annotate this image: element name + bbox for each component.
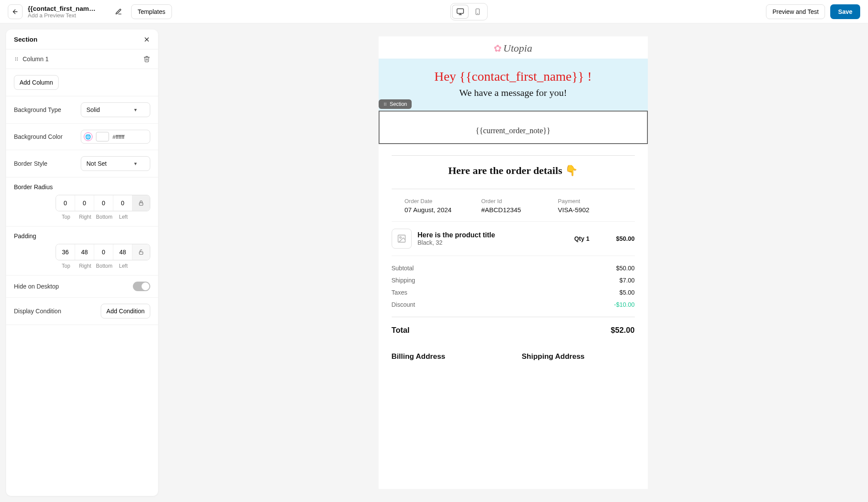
- border-radius-label: Border Radius: [14, 184, 150, 190]
- svg-point-17: [385, 103, 386, 104]
- add-column-button[interactable]: Add Column: [14, 75, 59, 90]
- svg-point-11: [17, 59, 18, 59]
- color-swatch[interactable]: [96, 132, 109, 141]
- border-style-label: Border Style: [14, 160, 47, 167]
- border-radius-lock-button[interactable]: [132, 195, 150, 211]
- product-image-placeholder: [392, 229, 412, 249]
- svg-point-19: [385, 104, 386, 105]
- selected-section[interactable]: Section {{current_order_note}}: [379, 111, 648, 144]
- address-columns[interactable]: Billing Address Shipping Address: [392, 344, 635, 361]
- padding-label: Padding: [14, 233, 150, 240]
- hide-desktop-label: Hide on Desktop: [14, 283, 59, 290]
- close-panel-button[interactable]: [143, 36, 150, 43]
- shipping-address-heading: Shipping Address: [522, 352, 635, 361]
- side-label-left: Left: [114, 263, 133, 269]
- svg-point-9: [17, 57, 18, 58]
- panel-title: Section: [14, 36, 37, 43]
- side-label-bottom: Bottom: [95, 263, 114, 269]
- drag-handle-icon[interactable]: [383, 102, 387, 106]
- padding-bottom[interactable]: [94, 244, 113, 260]
- billing-address-heading: Billing Address: [392, 352, 505, 361]
- desktop-preview-button[interactable]: [452, 5, 468, 18]
- unlock-icon: [138, 249, 144, 255]
- order-date-value: 07 August, 2024: [405, 206, 469, 213]
- divider: [392, 155, 635, 156]
- payment-value: VISA-5902: [558, 206, 622, 213]
- payment-label: Payment: [558, 198, 622, 204]
- product-title: Here is the product title: [418, 231, 549, 239]
- preview-and-test-button[interactable]: Preview and Test: [766, 4, 825, 19]
- hero-section[interactable]: Hey {{contact_first_name}} ! We have a m…: [379, 59, 648, 111]
- order-date-label: Order Date: [405, 198, 469, 204]
- order-id-value: #ABCD12345: [481, 206, 545, 213]
- top-toolbar: {{contact_first_nam… Add a Preview Text …: [0, 0, 868, 23]
- order-id-label: Order Id: [481, 198, 545, 204]
- add-condition-button[interactable]: Add Condition: [101, 304, 150, 318]
- svg-rect-14: [139, 203, 143, 205]
- discount-label: Discount: [392, 301, 415, 308]
- border-style-select[interactable]: Not Set ▾: [81, 156, 150, 171]
- padding-right[interactable]: [75, 244, 94, 260]
- border-radius-left[interactable]: [113, 195, 132, 211]
- canvas-area[interactable]: ✿ Utopia Hey {{contact_first_name}} ! We…: [158, 23, 868, 502]
- svg-point-10: [15, 59, 16, 59]
- preview-text-placeholder[interactable]: Add a Preview Text: [28, 12, 96, 19]
- templates-button[interactable]: Templates: [131, 4, 172, 19]
- svg-point-18: [384, 104, 385, 105]
- arrow-left-icon: [12, 8, 19, 15]
- products-list[interactable]: Here is the product title Black, 32 Qty …: [392, 221, 635, 256]
- mobile-preview-button[interactable]: [470, 5, 485, 18]
- lock-icon: [138, 200, 144, 206]
- globe-icon: 🌐: [84, 132, 92, 141]
- display-condition-label: Display Condition: [14, 308, 61, 315]
- save-button[interactable]: Save: [830, 4, 860, 19]
- padding-lock-button[interactable]: [132, 244, 150, 260]
- svg-point-13: [17, 60, 18, 61]
- order-totals[interactable]: Subtotal $50.00 Shipping $7.00 Taxes $5.…: [392, 256, 635, 317]
- product-price: $50.00: [596, 235, 635, 242]
- logo-section[interactable]: ✿ Utopia: [379, 36, 648, 59]
- email-canvas[interactable]: ✿ Utopia Hey {{contact_first_name}} ! We…: [379, 36, 648, 489]
- pencil-icon: [115, 8, 122, 15]
- side-label-left: Left: [114, 214, 133, 220]
- svg-rect-15: [139, 252, 143, 254]
- side-label-top: Top: [56, 214, 76, 220]
- padding-top[interactable]: [56, 244, 75, 260]
- column-label: Column 1: [23, 56, 49, 62]
- image-icon: [397, 234, 406, 243]
- column-row-1[interactable]: Column 1: [6, 49, 158, 69]
- chevron-down-icon: ▾: [134, 161, 137, 167]
- grand-total[interactable]: Total $52.00: [392, 317, 635, 344]
- svg-point-23: [399, 236, 401, 238]
- edit-title-button[interactable]: [111, 4, 126, 19]
- discount-value: -$10.00: [614, 301, 634, 308]
- selection-tag[interactable]: Section: [379, 99, 412, 109]
- svg-point-16: [384, 103, 385, 104]
- svg-rect-1: [457, 9, 463, 13]
- details-heading-section[interactable]: Here are the order details 👇: [379, 144, 648, 180]
- taxes-label: Taxes: [392, 289, 408, 296]
- bg-type-select[interactable]: Solid ▾: [81, 102, 150, 117]
- bg-type-label: Background Type: [14, 106, 61, 113]
- delete-column-button[interactable]: [143, 56, 150, 62]
- back-button[interactable]: [8, 4, 23, 19]
- side-label-right: Right: [76, 263, 95, 269]
- chevron-down-icon: ▾: [134, 107, 137, 113]
- bg-color-value: #ffffff: [112, 134, 125, 140]
- product-variant: Black, 32: [418, 239, 549, 246]
- bg-color-picker[interactable]: 🌐 #ffffff: [81, 130, 150, 144]
- svg-point-20: [384, 105, 385, 106]
- total-label: Total: [392, 326, 410, 335]
- logo-text: Utopia: [503, 43, 532, 54]
- product-row[interactable]: Here is the product title Black, 32 Qty …: [392, 222, 635, 256]
- padding-inputs: [56, 244, 150, 260]
- border-radius-right[interactable]: [75, 195, 94, 211]
- border-radius-bottom[interactable]: [94, 195, 113, 211]
- selection-tag-label: Section: [390, 101, 407, 107]
- page-title: {{contact_first_nam…: [28, 5, 96, 12]
- hide-desktop-toggle[interactable]: [133, 282, 150, 291]
- order-meta[interactable]: Order Date 07 August, 2024 Order Id #ABC…: [392, 189, 635, 221]
- border-radius-top[interactable]: [56, 195, 75, 211]
- padding-left[interactable]: [113, 244, 132, 260]
- drag-handle-icon[interactable]: [14, 56, 19, 62]
